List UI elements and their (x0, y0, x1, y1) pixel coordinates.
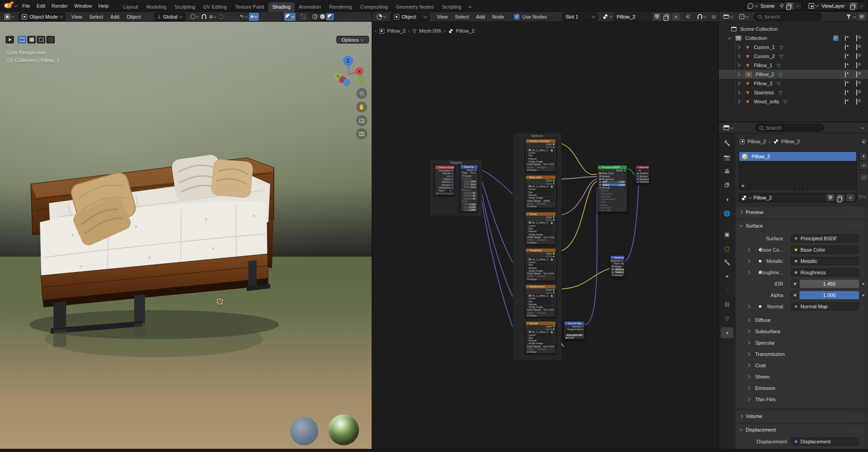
texture-coordinate-node[interactable]: Texture CoordinateGeneratedNormalUVObjec… (435, 165, 455, 195)
viewport-canvas[interactable]: ➤ User Perspective (1) Collection | Pill… (0, 22, 372, 449)
chevron-down-icon[interactable] (727, 35, 731, 39)
material-slot-selected[interactable]: Pillow_2 (739, 152, 856, 161)
properties-tab-object-data[interactable]: ▽ (721, 313, 733, 324)
slot-dropdown[interactable]: Slot 1 (563, 13, 598, 21)
outliner-row-cusion_1[interactable]: ▼Cusion_1▽ (719, 43, 868, 52)
camera-render-icon[interactable] (856, 98, 857, 105)
node-graph[interactable]: Textures Mapping Ambient OcclusionColorA… (372, 22, 718, 449)
zoom-icon[interactable] (356, 88, 367, 99)
grid-floor-icon[interactable] (356, 128, 367, 139)
material-sphere-icon[interactable] (741, 195, 747, 201)
shading-solid-button[interactable] (319, 13, 326, 20)
select-box-new-button[interactable] (18, 36, 26, 44)
scene-selector[interactable]: Scene × (746, 1, 803, 10)
properties-tab-view-layer[interactable]: 🗇 (721, 180, 733, 191)
properties-tab-object[interactable]: ▢ (721, 243, 733, 254)
outliner-row-collection[interactable]: Collection✓ (719, 34, 868, 43)
eye-icon[interactable] (845, 62, 846, 68)
outliner-row-stainless[interactable]: ▼Stainless▽ (719, 88, 868, 97)
viewport-menu-add[interactable]: Add (107, 14, 123, 19)
eye-icon[interactable] (845, 80, 846, 87)
mesh-data-dropdown[interactable]: ▽ (858, 194, 866, 199)
properties-tab-collection[interactable]: ▣ (721, 229, 733, 240)
menu-render[interactable]: Render (48, 1, 71, 10)
camera-render-icon[interactable] (856, 80, 857, 87)
shader-menu-add[interactable]: Add (472, 14, 489, 19)
material-name-field[interactable]: Pillow_2 (614, 13, 652, 21)
camera-render-icon[interactable] (856, 35, 857, 41)
editor-type-button[interactable] (375, 13, 388, 21)
surface-section-coat[interactable]: Coat (736, 361, 868, 370)
surface-input-button[interactable]: Principled BSDF (791, 234, 859, 243)
image-texture-node-ambient-occlusion[interactable]: Ambient OcclusionColorAlpha🖼 wh_1_pillow… (525, 139, 556, 172)
remove-slot-button[interactable]: − (859, 161, 868, 170)
fake-user-shield-button[interactable] (653, 13, 661, 20)
socket-button[interactable] (791, 291, 799, 299)
material-output-node[interactable]: Material OutputAll⌄SurfaceVolumeDisplace… (635, 165, 650, 184)
shader-menu-view[interactable]: View (433, 14, 451, 19)
surface-section-subsurface[interactable]: Subsurface (736, 327, 868, 336)
editor-type-button[interactable] (3, 13, 16, 21)
camera-render-icon[interactable] (856, 89, 857, 96)
magnet-icon[interactable] (698, 14, 702, 19)
gizmo-minus-z-ball[interactable] (343, 79, 350, 86)
pan-hand-icon[interactable]: ✋ (356, 102, 367, 112)
chevron-right-icon[interactable] (737, 63, 740, 67)
chevron-right-icon[interactable] (747, 305, 750, 308)
outliner-row-pillow_2[interactable]: ▼Pillow_2▽ (719, 70, 868, 79)
properties-tab-scene[interactable]: ◑ (721, 194, 733, 205)
baseco-input-button[interactable]: Base Color (791, 246, 859, 254)
active-tool-dropdown[interactable]: ↖ (238, 13, 249, 21)
unlink-material-button[interactable]: × (846, 194, 854, 201)
roughne-input-button[interactable]: Roughness (791, 268, 859, 277)
mapping-node[interactable]: MappingVectorType:Point⌄VectorLocation0 … (460, 165, 478, 212)
gizmo-dropdown[interactable]: ✥ (249, 13, 259, 21)
shader-type-dropdown[interactable]: Object (391, 13, 430, 21)
surface-section-thin-film[interactable]: Thin Film (736, 395, 868, 404)
preview-panel[interactable]: Preview ⋮⋮⋮⋮ (736, 207, 868, 219)
menu-help[interactable]: Help (95, 1, 112, 10)
use-nodes-toggle[interactable]: ✓ Use Nodes (514, 14, 547, 19)
image-texture-node-normal[interactable]: NormalColorAlpha🖼 wh_1_pillow_C▦Linear⌄F… (525, 321, 556, 354)
navigation-gizmo[interactable]: Z Y X (330, 40, 369, 83)
properties-tab-output[interactable]: 🖶 (721, 166, 733, 177)
snap-settings-dropdown[interactable]: ⊞ (208, 13, 218, 21)
select-tool-button[interactable]: ➤ (5, 36, 14, 44)
outliner-row-pillow_3[interactable]: ▼Pillow_3▽ (719, 79, 868, 88)
new-collection-button[interactable]: ⊞ (858, 13, 866, 20)
displacement-node[interactable]: DisplacementDisplacementObject SpaceHeig… (610, 255, 625, 277)
material-sphere-icon[interactable] (602, 14, 608, 19)
image-texture-node-base-color[interactable]: Base ColorColorAlpha🖼 wh_1_pillow_C▦Line… (525, 175, 556, 208)
display-mode-dropdown[interactable] (737, 13, 750, 21)
pin-icon[interactable] (779, 4, 784, 8)
mode-dropdown[interactable]: Object Mode (19, 13, 66, 21)
shader-menu-select[interactable]: Select (451, 14, 473, 19)
unlink-material-button[interactable]: × (672, 13, 680, 20)
surface-section-diffuse[interactable]: Diffuse (736, 316, 868, 325)
camera-render-icon[interactable] (856, 62, 857, 68)
drag-handle[interactable]: ⋮⋮⋮⋮ (791, 184, 807, 188)
surface-section-emission[interactable]: Emission (736, 384, 868, 393)
chevron-right-icon[interactable] (737, 45, 740, 49)
select-box-extend-button[interactable] (27, 36, 36, 44)
fake-user-shield-button[interactable] (826, 194, 834, 201)
tab-texture-paint[interactable]: Texture Paint (231, 2, 268, 12)
outliner-row-cusion_2[interactable]: ▼Cusion_2▽ (719, 52, 868, 61)
pin-icon[interactable] (685, 15, 690, 19)
chevron-right-icon[interactable] (747, 248, 750, 252)
snap-toggle-button[interactable] (200, 13, 208, 21)
socket-button[interactable] (791, 280, 799, 288)
tab-scripting[interactable]: Scripting (438, 2, 466, 12)
new-scene-button[interactable] (786, 2, 794, 10)
menu-window[interactable]: Window (71, 1, 95, 10)
viewlayer-selector[interactable]: ViewLayer × (806, 1, 866, 10)
outliner-row-pillow_1[interactable]: ▼Pillow_1▽ (719, 61, 868, 70)
viewport-3d[interactable]: Object Mode ViewSelectAddObject ⟂ Global… (0, 12, 372, 449)
eye-icon[interactable] (845, 35, 846, 41)
outliner-row-scene-collection[interactable]: Scene Collection (719, 24, 868, 34)
camera-view-icon[interactable] (356, 115, 367, 126)
properties-tab-material[interactable]: ◕ (721, 327, 733, 338)
chevron-right-icon[interactable] (737, 91, 740, 94)
add-workspace-button[interactable]: + (466, 2, 475, 12)
tab-sculpting[interactable]: Sculpting (170, 2, 199, 12)
